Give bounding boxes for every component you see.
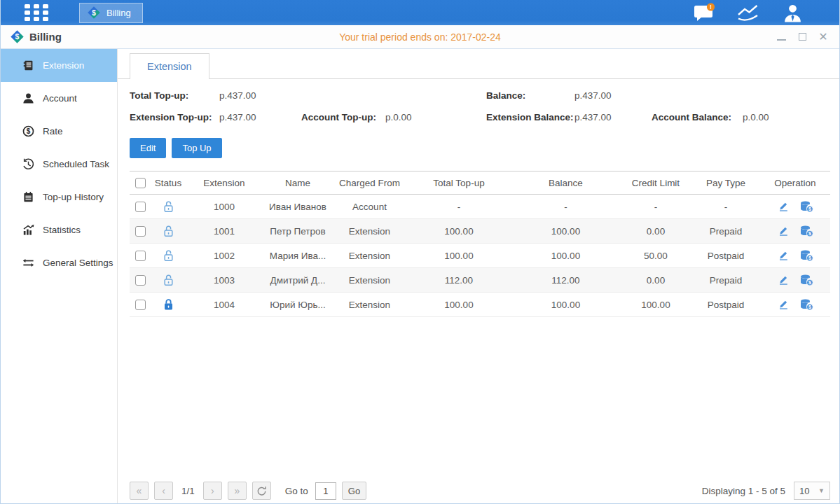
cell-total_topup: 112.00 <box>406 268 511 293</box>
tab-strip: Extension <box>118 49 839 79</box>
column-header-pay-type: Pay Type <box>691 172 760 195</box>
cell-charged_from: Account <box>333 195 406 219</box>
sidebar-item-top-up-history[interactable]: Top-up History <box>1 181 117 214</box>
cell-balance: - <box>511 195 620 219</box>
window-title: Billing <box>29 31 62 43</box>
column-header-name: Name <box>263 172 333 195</box>
statistics-icon <box>22 224 34 236</box>
sidebar-item-general-settings[interactable]: General Settings <box>1 246 117 279</box>
general-settings-icon <box>22 257 34 269</box>
billing-task-tab[interactable]: $ Billing <box>79 3 143 23</box>
account-topup-label: Account Top-up: <box>301 112 376 122</box>
balance-value: p.437.00 <box>574 90 612 101</box>
total-topup-value: p.437.00 <box>219 90 256 101</box>
edit-icon[interactable] <box>778 274 789 286</box>
user-icon[interactable] <box>783 3 803 23</box>
goto-label: Go to <box>285 486 308 496</box>
status-unlocked-icon <box>163 225 174 237</box>
row-checkbox[interactable] <box>135 275 146 286</box>
cell-total_topup: 100.00 <box>406 219 511 244</box>
svg-text:$: $ <box>15 32 20 41</box>
account-icon <box>22 92 34 104</box>
goto-page-input[interactable] <box>315 482 336 500</box>
app-grid-icon[interactable] <box>25 4 50 21</box>
svg-text:$: $ <box>26 127 30 135</box>
cell-charged_from: Extension <box>333 219 406 244</box>
pagination-bar: « ‹ 1/1 › » Go to Go Displaying 1 - 5 of… <box>130 481 830 500</box>
sidebar-item-label: Statistics <box>43 225 81 235</box>
trial-notice: Your trial period ends on: 2017-02-24 <box>1 31 839 43</box>
edit-icon[interactable] <box>778 299 789 310</box>
column-header-operation: Operation <box>760 172 830 195</box>
topup-icon[interactable]: $ <box>800 201 813 213</box>
row-checkbox[interactable] <box>135 226 146 237</box>
cell-extension: 1000 <box>186 195 263 219</box>
cell-pay_type: Postpaid <box>691 244 760 268</box>
sidebar-nav: ExtensionAccount$RateScheduled TaskTop-u… <box>1 49 118 504</box>
balance-label: Balance: <box>486 90 525 101</box>
page-size-select[interactable]: 10 ▼ <box>794 482 830 500</box>
billing-window: $ Billing ! <box>0 0 840 504</box>
topup-icon[interactable]: $ <box>800 225 813 237</box>
prev-page-button[interactable]: ‹ <box>154 482 173 500</box>
scheduled-task-icon <box>22 158 34 170</box>
cell-pay_type: Prepaid <box>691 219 760 244</box>
cell-charged_from: Extension <box>333 293 406 317</box>
svg-text:!: ! <box>710 4 712 10</box>
first-page-button[interactable]: « <box>130 482 149 500</box>
cell-pay_type: - <box>691 195 760 219</box>
sidebar-item-label: Rate <box>43 126 63 136</box>
topup-icon[interactable]: $ <box>800 250 813 262</box>
cell-name: Мария Ива... <box>263 244 333 268</box>
edit-button[interactable]: Edit <box>130 138 166 158</box>
topup-icon[interactable]: $ <box>800 299 813 311</box>
extension-icon <box>22 59 34 71</box>
billing-diamond-icon: $ <box>10 29 25 44</box>
sidebar-item-statistics[interactable]: Statistics <box>1 214 117 246</box>
row-checkbox[interactable] <box>135 300 146 310</box>
extension-topup-value: p.437.00 <box>219 112 256 122</box>
table-row: 1000Иван ИвановAccount----$ <box>130 195 830 219</box>
extension-topup-label: Extension Top-up: <box>130 112 212 122</box>
sidebar-item-extension[interactable]: Extension <box>1 49 117 82</box>
cell-credit_limit: 50.00 <box>620 244 691 268</box>
cell-extension: 1003 <box>186 268 263 293</box>
table-row: 1003Дмитрий Д...Extension112.00112.000.0… <box>130 268 830 293</box>
cell-total_topup: - <box>406 195 511 219</box>
sidebar-item-rate[interactable]: $Rate <box>1 115 117 148</box>
close-button[interactable]: ✕ <box>818 32 828 42</box>
row-checkbox[interactable] <box>135 202 146 212</box>
cell-name: Иван Иванов <box>263 195 333 219</box>
cell-name: Петр Петров <box>263 219 333 244</box>
task-tab-label: Billing <box>106 8 131 18</box>
next-page-button[interactable]: › <box>203 482 222 500</box>
refresh-button[interactable] <box>252 482 271 500</box>
tab-extension[interactable]: Extension <box>130 53 209 79</box>
cell-extension: 1001 <box>186 219 263 244</box>
select-all-checkbox[interactable] <box>135 178 146 188</box>
cell-extension: 1004 <box>186 293 263 317</box>
chevron-down-icon: ▼ <box>818 487 825 494</box>
edit-icon[interactable] <box>778 201 789 212</box>
cell-total_topup: 100.00 <box>406 244 511 268</box>
minimize-button[interactable] <box>776 32 786 42</box>
chat-icon[interactable]: ! <box>694 3 715 22</box>
rate-icon: $ <box>22 125 34 137</box>
edit-icon[interactable] <box>778 225 789 237</box>
cell-extension: 1002 <box>186 244 263 268</box>
sidebar-item-account[interactable]: Account <box>1 82 117 115</box>
maximize-button[interactable] <box>797 32 807 42</box>
topup-button[interactable]: Top Up <box>172 138 221 158</box>
window-title-bar: Your trial period ends on: 2017-02-24 $ … <box>1 25 839 49</box>
topup-icon[interactable]: $ <box>800 274 813 286</box>
go-button[interactable]: Go <box>342 482 366 500</box>
svg-text:$: $ <box>92 9 96 17</box>
sidebar-item-label: General Settings <box>43 258 113 268</box>
cell-charged_from: Extension <box>333 268 406 293</box>
row-checkbox[interactable] <box>135 251 146 261</box>
chart-icon[interactable] <box>736 4 762 22</box>
sidebar-item-scheduled-task[interactable]: Scheduled Task <box>1 148 117 181</box>
edit-icon[interactable] <box>778 250 789 261</box>
last-page-button[interactable]: » <box>228 482 247 500</box>
status-locked-icon <box>163 298 174 311</box>
